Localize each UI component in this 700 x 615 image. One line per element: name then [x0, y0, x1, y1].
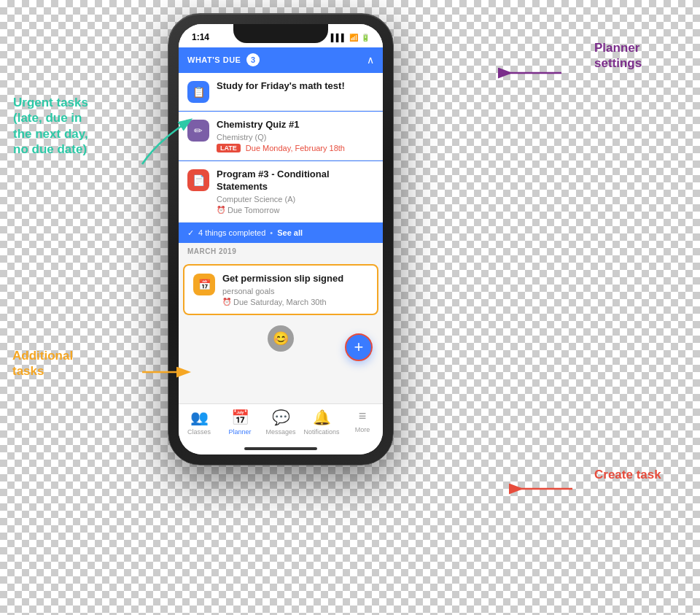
create-task-annotation: Create task: [594, 467, 689, 482]
phone-shell: 1:14 ▌▌▌ 📶 🔋 Planner Upcoming ▾ ⚙: [168, 13, 394, 465]
task-icon-blue: 📋: [187, 81, 209, 103]
clock-icon: ⏰: [217, 206, 225, 214]
pencil-icon: ✏: [194, 125, 203, 136]
tab-more[interactable]: ≡ More: [342, 409, 383, 433]
check-icon: ✓: [187, 228, 194, 238]
home-indicator: [244, 447, 317, 450]
month-label: MARCH 2019: [187, 247, 236, 255]
task-subtitle: Computer Science (A): [217, 195, 374, 204]
planner-settings-text: Plannersettings: [594, 41, 642, 70]
tab-messages[interactable]: 💬 Messages: [260, 409, 301, 436]
clipboard-icon: 📋: [192, 86, 205, 98]
planner-label: Planner: [228, 428, 251, 436]
siri-icon: 😊: [268, 325, 294, 352]
urgent-tasks-text: Urgent tasks(late, due inthe next day,no…: [13, 96, 88, 156]
task-title: Get permission slip signed: [222, 273, 368, 285]
separator: •: [270, 228, 273, 237]
additional-tasks-arrow: [135, 357, 193, 387]
create-task-button[interactable]: +: [345, 333, 373, 361]
task-icon-yellow: 📅: [193, 274, 215, 295]
notch: [233, 24, 328, 43]
task-info: Study for Friday's math test!: [217, 80, 374, 93]
page-container: 1:14 ▌▌▌ 📶 🔋 Planner Upcoming ▾ ⚙: [0, 0, 700, 615]
due-date: Due Monday, February 18th: [246, 144, 345, 152]
task-item[interactable]: 📄 Program #3 - Conditional Statements Co…: [179, 161, 383, 223]
classes-label: Classes: [187, 428, 211, 436]
task-due: ⏰ Due Tomorrow: [217, 206, 374, 214]
whats-due-label: WHAT'S DUE: [187, 55, 241, 64]
collapse-button[interactable]: ∧: [367, 54, 374, 66]
phone-screen: 1:14 ▌▌▌ 📶 🔋 Planner Upcoming ▾ ⚙: [179, 24, 383, 455]
task-icon-red: 📄: [187, 169, 209, 191]
completed-text: 4 things completed: [198, 228, 265, 237]
additional-tasks-text: Additionaltasks: [12, 349, 73, 378]
tab-planner[interactable]: 📅 Planner: [219, 409, 260, 436]
notifications-label: Notifications: [303, 428, 339, 436]
task-title: Study for Friday's math test!: [217, 80, 374, 93]
classes-icon: 👥: [190, 409, 209, 426]
urgent-tasks-annotation: Urgent tasks(late, due inthe next day,no…: [13, 95, 144, 157]
task-item[interactable]: 📋 Study for Friday's math test!: [179, 73, 383, 111]
late-badge: LATE: [217, 144, 241, 152]
task-due: ⏰ Due Saturday, March 30th: [222, 298, 368, 306]
planner-settings-annotation: Plannersettings: [594, 40, 689, 71]
additional-tasks-annotation: Additionaltasks: [12, 348, 136, 379]
create-task-arrow: [507, 474, 580, 503]
whats-due-header: WHAT'S DUE 3 ∧: [179, 47, 383, 72]
status-icons: ▌▌▌ 📶 🔋: [331, 34, 370, 42]
due-date: Due Tomorrow: [228, 206, 279, 214]
task-info: Chemistry Quiz #1 Chemistry (Q) LATE Due…: [217, 119, 374, 152]
planner-settings-arrow: [496, 55, 569, 91]
highlighted-task-item[interactable]: 📅 Get permission slip signed personal go…: [183, 264, 378, 315]
task-subtitle: Chemistry (Q): [217, 133, 374, 142]
task-info: Program #3 - Conditional Statements Comp…: [217, 169, 374, 214]
task-due: LATE Due Monday, February 18th: [217, 144, 374, 152]
signal-icon: ▌▌▌: [331, 34, 346, 42]
whats-due-section: WHAT'S DUE 3 ∧ 📋 Study for Friday's math…: [179, 47, 383, 243]
planner-icon: 📅: [231, 409, 249, 426]
document-icon: 📄: [192, 174, 205, 186]
tab-notifications[interactable]: 🔔 Notifications: [301, 409, 342, 436]
more-label: More: [355, 426, 370, 433]
month-section-header: MARCH 2019: [179, 243, 383, 260]
calendar-icon: 📅: [198, 279, 211, 290]
task-info: Get permission slip signed personal goal…: [222, 273, 368, 306]
due-date: Due Saturday, March 30th: [233, 298, 327, 306]
wifi-icon: 📶: [349, 34, 358, 42]
task-title: Program #3 - Conditional Statements: [217, 169, 374, 193]
see-all-link[interactable]: See all: [277, 228, 303, 237]
task-item[interactable]: ✏ Chemistry Quiz #1 Chemistry (Q) LATE D…: [179, 112, 383, 160]
screen-content: WHAT'S DUE 3 ∧ 📋 Study for Friday's math…: [179, 47, 383, 403]
task-subtitle: personal goals: [222, 287, 368, 295]
tab-classes[interactable]: 👥 Classes: [179, 409, 219, 436]
notifications-icon: 🔔: [313, 409, 331, 426]
battery-icon: 🔋: [361, 34, 370, 42]
whats-due-title: WHAT'S DUE 3: [187, 53, 260, 66]
create-task-text: Create task: [594, 468, 661, 481]
due-count-badge: 3: [246, 53, 260, 66]
clock-icon: ⏰: [222, 298, 231, 306]
status-time: 1:14: [192, 32, 209, 42]
task-title: Chemistry Quiz #1: [217, 119, 374, 131]
plus-icon: +: [354, 338, 364, 357]
completed-bar[interactable]: ✓ 4 things completed • See all: [179, 223, 383, 243]
more-icon: ≡: [359, 409, 367, 424]
messages-icon: 💬: [272, 409, 290, 426]
messages-label: Messages: [265, 428, 295, 436]
